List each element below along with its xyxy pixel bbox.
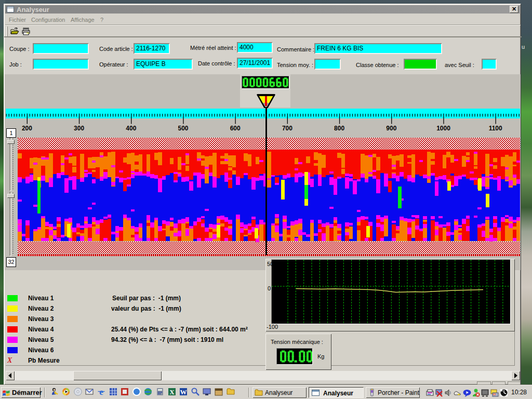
svg-text:W: W [180, 388, 187, 396]
svg-text:700: 700 [282, 125, 292, 131]
svg-text:600: 600 [230, 125, 241, 131]
svg-text:400: 400 [126, 125, 136, 131]
svg-text:1000: 1000 [436, 125, 450, 131]
svg-text:500: 500 [178, 125, 188, 131]
svg-text:1100: 1100 [489, 125, 502, 131]
svg-text:300: 300 [74, 125, 84, 131]
svg-text:200: 200 [22, 125, 32, 131]
svg-text:X: X [169, 388, 175, 396]
svg-text:900: 900 [386, 125, 396, 131]
svg-text:800: 800 [334, 125, 344, 131]
